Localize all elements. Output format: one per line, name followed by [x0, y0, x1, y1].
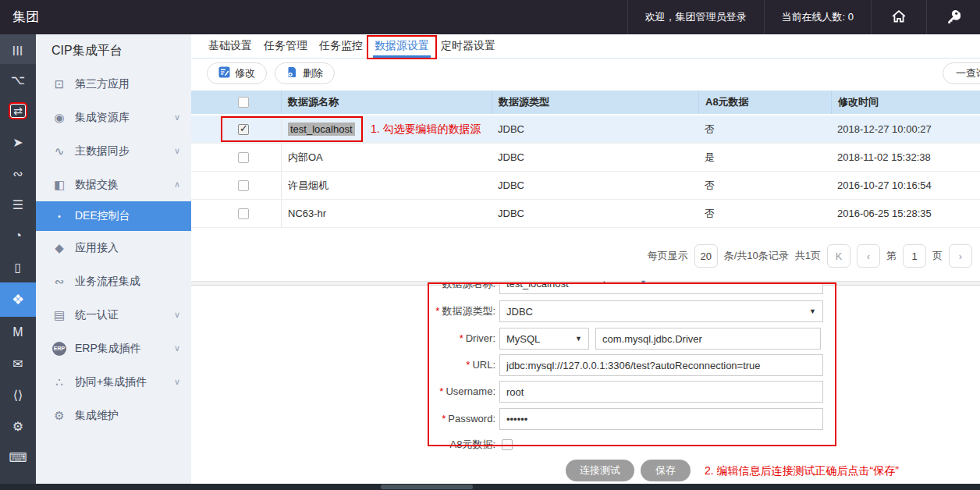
sidebar-item-third-party[interactable]: ⊡第三方应用 — [36, 67, 191, 101]
modified-time: 2018-12-27 10:00:27 — [837, 123, 932, 135]
icon-rail: |||⌥⇄➤∾☰◔▯❖M✉⟨⟩⚙⌨ — [0, 34, 36, 484]
settings-gear-icon: ⚙ — [12, 419, 23, 434]
sidebar-item-app-access[interactable]: ◆应用接入 — [36, 231, 191, 265]
sidebar-item-erp-plugins[interactable]: ERPERP集成插件∨ — [36, 332, 191, 365]
chevron-down-icon: ▼ — [575, 335, 582, 343]
org-structure-icon[interactable]: ⌥ — [0, 64, 36, 95]
type-select-value: JDBC — [506, 306, 533, 318]
chevron-up-icon: ∧ — [174, 179, 180, 190]
tab-datasource-settings[interactable]: 数据源设置 — [373, 34, 431, 58]
first-page-button[interactable]: K — [827, 244, 850, 268]
m-module-icon[interactable]: M — [0, 317, 36, 348]
datasource-name: 许昌烟机 — [288, 179, 328, 193]
topbar-right: 欢迎，集团管理员登录 当前在线人数: 0 — [627, 0, 980, 34]
layers-icon: ☰ — [12, 197, 23, 212]
driver-select[interactable]: MySQL ▼ — [499, 328, 589, 350]
sidebar-item-label: 集成维护 — [75, 409, 119, 423]
modify-button[interactable]: 修改 — [207, 62, 267, 84]
sidebar-item-dee-console[interactable]: •DEE控制台 — [36, 201, 191, 231]
query-button[interactable]: 一查询 — [943, 62, 980, 84]
document-icon[interactable]: ▯ — [0, 251, 36, 282]
sidebar-item-label: 业务流程集成 — [75, 275, 140, 289]
chevron-down-icon: ∨ — [174, 112, 180, 123]
row-checkbox[interactable] — [238, 152, 249, 163]
row-checkbox[interactable] — [238, 180, 249, 191]
home-button[interactable] — [871, 0, 926, 34]
apps-clover-icon[interactable]: ❖ — [0, 282, 36, 317]
datasource-type: JDBC — [498, 151, 524, 163]
dashboard-pie-icon[interactable]: ◔ — [0, 220, 36, 251]
delete-button[interactable]: 删除 — [275, 62, 335, 84]
password-label: *Password: — [378, 408, 495, 430]
a8-metadata-value: 否 — [705, 207, 715, 221]
per-page-input[interactable]: 20 — [694, 244, 718, 268]
password-input[interactable] — [499, 408, 823, 430]
table-row[interactable]: 内部OAJDBC是2018-11-02 15:32:38 — [191, 144, 980, 172]
connection-test-button[interactable]: 连接测试 — [566, 460, 634, 481]
datasource-type: JDBC — [498, 208, 524, 219]
sidebar: CIP集成平台 ⊡第三方应用◉集成资源库∨∿主数据同步∨◧数据交换∧•DEE控制… — [36, 34, 191, 484]
tab-basic-settings[interactable]: 基础设置 — [207, 34, 254, 58]
settings-gear-icon[interactable]: ⚙ — [0, 410, 36, 442]
layers-icon[interactable]: ☰ — [0, 189, 36, 220]
tab-bar: 基础设置任务管理任务监控数据源设置定时器设置 — [191, 34, 980, 59]
modify-label: 修改 — [235, 66, 255, 80]
a8-metadata-checkbox[interactable] — [502, 439, 513, 450]
page-prefix: 第 — [886, 249, 897, 263]
sidebar-item-unified-auth[interactable]: ▤统一认证∨ — [36, 298, 191, 332]
sidebar-item-business-flow[interactable]: ∾业务流程集成 — [36, 265, 191, 298]
app-title: 集团 — [12, 0, 39, 34]
scrollbar-thumb[interactable] — [381, 485, 473, 489]
type-select[interactable]: JDBC ▼ — [499, 300, 823, 322]
sidebar-item-master-data-sync[interactable]: ∿主数据同步∨ — [36, 134, 191, 168]
table-row[interactable]: NC63-hrJDBC否2016-06-25 15:28:35 — [191, 200, 980, 228]
sidebar-item-maintenance[interactable]: ⚙集成维护 — [36, 399, 191, 432]
datasource-table: 数据源名称 数据源类型 A8元数据 修改时间 test_localhostJDB… — [191, 91, 980, 228]
sidebar-item-collab-plugins[interactable]: ∴协同+集成插件∨ — [36, 365, 191, 399]
sidebar-item-resource-lib[interactable]: ◉集成资源库∨ — [36, 101, 191, 134]
col-header-name: 数据源名称 — [281, 91, 492, 114]
username-input[interactable] — [499, 381, 823, 403]
bullet-icon: • — [51, 212, 67, 221]
row-checkbox[interactable] — [238, 124, 249, 135]
tab-task-management[interactable]: 任务管理 — [262, 34, 309, 58]
tab-task-monitor[interactable]: 任务监控 — [318, 34, 364, 58]
select-all-checkbox[interactable] — [238, 97, 249, 108]
row-checkbox[interactable] — [238, 208, 249, 219]
url-input[interactable] — [499, 354, 823, 376]
sidebar-item-label: 数据交换 — [75, 178, 119, 192]
data-exchange-app-icon[interactable]: ⇄ — [0, 95, 36, 126]
username-label: *Username: — [378, 381, 495, 403]
page-input[interactable]: 1 — [903, 244, 926, 268]
chat-icon: ✉ — [12, 357, 23, 371]
next-page-button[interactable]: › — [949, 244, 972, 268]
url-label: *URL: — [378, 354, 495, 376]
name-input[interactable] — [499, 283, 823, 294]
table-row[interactable]: 许昌烟机JDBC否2016-10-27 10:16:54 — [191, 172, 980, 200]
workstation-icon[interactable]: ⌨ — [0, 442, 36, 473]
chevron-down-icon: ∨ — [174, 146, 180, 156]
workstation-icon: ⌨ — [9, 450, 27, 465]
sidebar-item-label: 第三方应用 — [75, 77, 130, 91]
flow-link-icon[interactable]: ∾ — [0, 158, 36, 189]
chevron-down-icon: ∨ — [174, 343, 180, 353]
driver-class-input[interactable] — [595, 328, 821, 350]
sidebar-item-data-exchange[interactable]: ◧数据交换∧ — [36, 168, 191, 201]
key-button[interactable] — [926, 0, 980, 34]
collapse-menu-icon[interactable]: ||| — [0, 34, 36, 64]
sidebar-menu: ⊡第三方应用◉集成资源库∨∿主数据同步∨◧数据交换∧•DEE控制台◆应用接入∾业… — [36, 67, 191, 432]
dashboard-pie-icon: ◔ — [14, 229, 22, 243]
prev-page-button[interactable]: ‹ — [857, 244, 880, 268]
chat-icon[interactable]: ✉ — [0, 348, 36, 379]
table-row[interactable]: test_localhostJDBC否2018-12-27 10:00:271.… — [191, 115, 980, 144]
send-icon[interactable]: ➤ — [0, 126, 36, 158]
save-button[interactable]: 保存 — [641, 460, 691, 481]
form-name-row-clipped: 数据源名称: — [191, 283, 980, 295]
datasource-type: JDBC — [498, 179, 524, 191]
horizontal-scrollbar[interactable] — [0, 484, 980, 490]
tab-timer-settings[interactable]: 定时器设置 — [439, 34, 497, 58]
code-icon[interactable]: ⟨⟩ — [0, 379, 36, 410]
col-header-type: 数据源类型 — [492, 91, 698, 114]
col-header-a8: A8元数据 — [698, 91, 831, 114]
table-body: test_localhostJDBC否2018-12-27 10:00:271.… — [191, 115, 980, 228]
